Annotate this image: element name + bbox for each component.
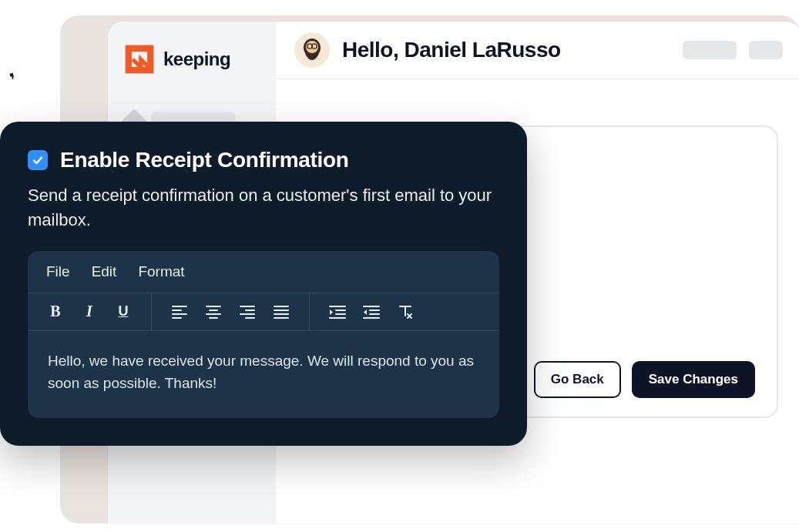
avatar bbox=[294, 32, 330, 68]
page-header: Hello, Daniel LaRusso bbox=[276, 22, 799, 79]
indent-icon[interactable] bbox=[328, 303, 347, 321]
italic-icon[interactable]: I bbox=[80, 303, 99, 321]
brand-name: keeping bbox=[163, 49, 230, 70]
avatar-illustration bbox=[294, 32, 330, 68]
clear-format-icon[interactable] bbox=[396, 303, 415, 321]
go-back-button[interactable]: Go Back bbox=[534, 361, 621, 398]
align-left-icon[interactable] bbox=[170, 303, 189, 321]
align-center-icon[interactable] bbox=[204, 303, 223, 321]
keeping-logo-icon bbox=[123, 43, 156, 75]
brand-logo: keeping bbox=[108, 22, 276, 83]
format-text-group: B I U bbox=[28, 293, 152, 330]
save-changes-button[interactable]: Save Changes bbox=[632, 361, 755, 398]
outdent-icon[interactable] bbox=[362, 303, 381, 321]
menu-format[interactable]: Format bbox=[138, 263, 184, 280]
enable-receipt-checkbox[interactable] bbox=[28, 150, 48, 170]
editor-toolbar: B I U bbox=[28, 293, 499, 331]
greeting-text: Hello, Daniel LaRusso bbox=[342, 38, 670, 62]
header-placeholder-2 bbox=[749, 41, 783, 59]
check-icon bbox=[32, 154, 44, 166]
panel-title: Enable Receipt Confirmation bbox=[60, 148, 349, 172]
decorative-scribble: ❜ bbox=[7, 69, 20, 91]
indent-group bbox=[310, 293, 433, 330]
message-editor: File Edit Format B I U bbox=[28, 251, 499, 418]
header-placeholder-1 bbox=[683, 41, 737, 59]
underline-icon[interactable]: U bbox=[114, 303, 133, 321]
menu-file[interactable]: File bbox=[46, 263, 70, 280]
receipt-confirmation-panel: Enable Receipt Confirmation Send a recei… bbox=[0, 122, 527, 446]
panel-description: Send a receipt confirmation on a custome… bbox=[28, 183, 499, 233]
menu-edit[interactable]: Edit bbox=[92, 263, 117, 280]
card-button-row: Go Back Save Changes bbox=[534, 361, 755, 398]
align-right-icon[interactable] bbox=[238, 303, 257, 321]
align-group bbox=[152, 293, 310, 330]
bold-icon[interactable]: B bbox=[46, 303, 65, 321]
editor-menubar: File Edit Format bbox=[28, 251, 499, 293]
panel-header: Enable Receipt Confirmation bbox=[28, 148, 499, 172]
editor-body[interactable]: Hello, we have received your message. We… bbox=[28, 331, 499, 418]
align-justify-icon[interactable] bbox=[272, 303, 290, 321]
